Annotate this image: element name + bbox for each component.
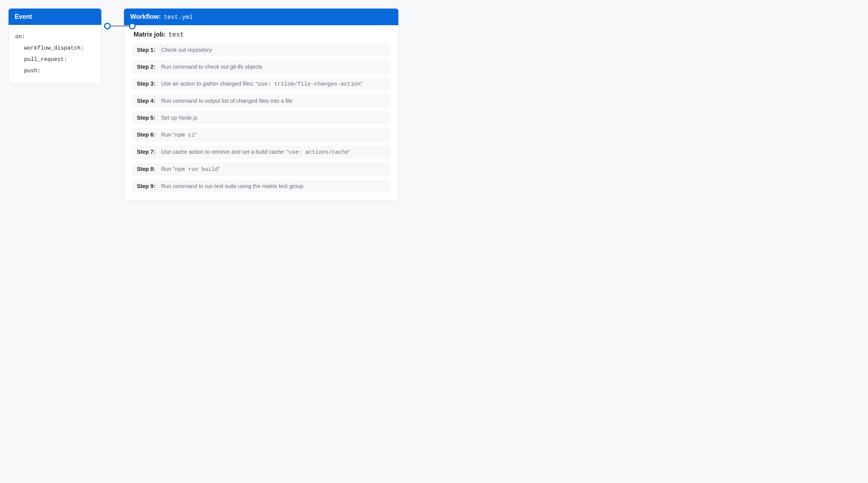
step-row: Step 7: Use cache action to retrieve and… (132, 145, 391, 159)
yaml-trigger: pull_request: (15, 54, 95, 65)
event-card-header: Event (8, 8, 101, 25)
step-description: Check out repository (161, 47, 212, 53)
step-description: Use cache action to retrieve and set a b… (161, 149, 350, 155)
step-row: Step 6: Run "npm ci" (132, 128, 391, 142)
step-label: Step 3: (137, 81, 158, 87)
step-row: Step 5: Set up Node.js (132, 111, 391, 124)
workflow-header-label: Workflow: (130, 13, 161, 21)
step-row: Step 3: Use an action to gather changed … (132, 77, 391, 91)
step-row: Step 4: Run command to output list of ch… (132, 94, 391, 108)
step-row: Step 9: Run command to run test suite us… (132, 180, 391, 193)
event-card: Event on: workflow_dispatch:pull_request… (8, 8, 101, 84)
connector-line (107, 26, 133, 27)
steps-list: Step 1: Check out repositoryStep 2: Run … (132, 43, 391, 193)
diagram-container: Event on: workflow_dispatch:pull_request… (8, 8, 399, 201)
step-label: Step 9: (137, 183, 158, 189)
step-label: Step 8: (137, 166, 158, 172)
step-code: npm ci (175, 132, 195, 138)
workflow-card-body: Matrix job: test Step 1: Check out repos… (124, 25, 398, 201)
step-code: npm run build (175, 166, 218, 173)
step-label: Step 7: (137, 149, 158, 155)
step-row: Step 8: Run "npm run build" (132, 162, 391, 176)
step-label: Step 1: (137, 47, 158, 53)
step-description: Run "npm run build" (161, 166, 220, 173)
step-description: Set up Node.js (161, 115, 197, 121)
workflow-header-filename: test.yml (163, 14, 193, 21)
yaml-root: on: (15, 31, 95, 42)
yaml-trigger: push: (15, 65, 95, 77)
step-label: Step 2: (137, 64, 158, 70)
job-label: Matrix job: (133, 31, 165, 38)
workflow-card-header: Workflow: test.yml (124, 8, 398, 25)
event-card-body: on: workflow_dispatch:pull_request:push: (8, 25, 101, 84)
step-description: Run "npm ci" (161, 131, 196, 138)
job-title: Matrix job: test (133, 31, 391, 38)
step-row: Step 1: Check out repository (132, 43, 391, 57)
yaml-trigger: workflow_dispatch: (15, 42, 95, 54)
step-code: use: actions/cache (289, 149, 348, 155)
step-code: use: trilom/file-changes-action (258, 81, 361, 87)
event-header-title: Event (15, 13, 32, 21)
step-description: Run command to run test suite using the … (161, 183, 303, 189)
step-row: Step 2: Run command to check out git-lfs… (132, 60, 391, 73)
job-name: test (168, 31, 184, 38)
workflow-card: Workflow: test.yml Matrix job: test Step… (124, 8, 399, 201)
step-label: Step 5: (137, 115, 158, 121)
step-description: Use an action to gather changed files: "… (161, 81, 363, 87)
step-description: Run command to output list of changed fi… (161, 98, 292, 104)
step-label: Step 6: (137, 131, 158, 138)
step-label: Step 4: (137, 98, 158, 104)
step-description: Run command to check out git-lfs objects (161, 64, 262, 70)
yaml-triggers: workflow_dispatch:pull_request:push: (15, 42, 95, 77)
